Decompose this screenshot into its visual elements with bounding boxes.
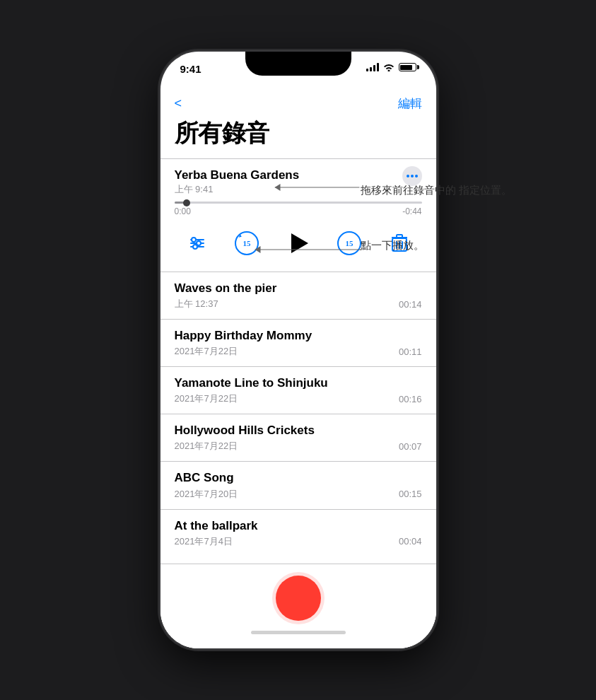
status-time: 9:41 bbox=[180, 63, 201, 75]
recording-item-expanded[interactable]: Yerba Buena Gardens 上午 9:41 bbox=[160, 158, 436, 272]
main-content: < 編輯 所有錄音 Yerba Buena Gardens 上午 9:41 bbox=[160, 90, 436, 648]
recording-duration: 00:04 bbox=[399, 536, 422, 547]
list-item[interactable]: At the ballpark 2021年7月4日 00:04 bbox=[160, 509, 436, 556]
edit-button[interactable]: 編輯 bbox=[398, 95, 422, 112]
recording-meta: 2021年7月22日 00:11 bbox=[175, 345, 422, 358]
player-section: 0:00 -0:44 bbox=[175, 196, 422, 263]
recording-meta: 上午 12:37 00:14 bbox=[175, 298, 422, 310]
svg-text:15: 15 bbox=[243, 239, 252, 247]
recording-duration: 00:16 bbox=[399, 394, 422, 404]
svg-point-8 bbox=[193, 245, 197, 249]
progress-start: 0:00 bbox=[175, 206, 191, 216]
phone-frame: 9:41 < 編輯 所有錄音 bbox=[160, 52, 436, 648]
recording-name: Happy Birthday Mommy bbox=[175, 328, 422, 344]
record-button[interactable] bbox=[276, 576, 321, 621]
ellipsis-icon bbox=[407, 175, 418, 177]
svg-rect-15 bbox=[397, 235, 402, 238]
recording-meta: 2021年7月22日 00:07 bbox=[175, 440, 422, 453]
svg-point-0 bbox=[407, 175, 409, 177]
recording-duration: 00:11 bbox=[399, 346, 422, 357]
forward-icon: 15 bbox=[337, 231, 362, 256]
battery-icon bbox=[399, 63, 416, 71]
recording-name: Waves on the pier bbox=[175, 281, 422, 296]
recording-duration: 00:14 bbox=[399, 299, 422, 310]
wifi-icon bbox=[383, 63, 395, 71]
recording-name: At the ballpark bbox=[175, 518, 422, 534]
nav-bar: < 編輯 bbox=[160, 90, 436, 115]
list-item[interactable]: ABC Song 2021年7月20日 00:15 bbox=[160, 461, 436, 508]
recording-info: Yerba Buena Gardens 上午 9:41 bbox=[175, 168, 395, 196]
notch bbox=[245, 52, 351, 76]
back-button[interactable]: < bbox=[175, 96, 182, 111]
recording-meta: 2021年7月22日 00:16 bbox=[175, 392, 422, 405]
list-item[interactable]: Hollywood Hills Crickets 2021年7月22日 00:0… bbox=[160, 414, 436, 461]
recording-name: Yamanote Line to Shinjuku bbox=[175, 375, 422, 391]
recording-date: 2021年7月20日 bbox=[175, 488, 238, 501]
trash-icon bbox=[392, 234, 407, 252]
recording-list[interactable]: Yerba Buena Gardens 上午 9:41 bbox=[160, 158, 436, 618]
progress-end: -0:44 bbox=[402, 206, 421, 216]
rewind-icon: 15 bbox=[234, 231, 259, 256]
recording-name: Yerba Buena Gardens bbox=[175, 168, 395, 183]
more-button[interactable] bbox=[402, 166, 422, 186]
recording-duration: 00:07 bbox=[399, 441, 422, 452]
play-triangle-icon bbox=[291, 233, 308, 253]
eq-button[interactable] bbox=[182, 228, 213, 259]
recording-date: 上午 12:37 bbox=[175, 298, 218, 310]
delete-button[interactable] bbox=[384, 228, 415, 259]
list-item[interactable]: Yamanote Line to Shinjuku 2021年7月22日 00:… bbox=[160, 366, 436, 414]
progress-track[interactable] bbox=[175, 202, 422, 204]
sliders-icon bbox=[189, 237, 205, 250]
svg-text:15: 15 bbox=[346, 239, 354, 247]
svg-point-4 bbox=[192, 238, 196, 242]
svg-point-2 bbox=[415, 175, 418, 177]
recording-date: 上午 9:41 bbox=[175, 183, 395, 196]
list-item[interactable]: Happy Birthday Mommy 2021年7月22日 00:11 bbox=[160, 319, 436, 366]
progress-labels: 0:00 -0:44 bbox=[175, 206, 422, 216]
player-controls: 15 15 bbox=[175, 219, 422, 263]
recording-date: 2021年7月22日 bbox=[175, 392, 238, 405]
progress-bar-container[interactable]: 0:00 -0:44 bbox=[175, 202, 422, 219]
signal-icon bbox=[366, 63, 379, 71]
rewind-button[interactable]: 15 bbox=[231, 228, 262, 259]
recording-date: 2021年7月22日 bbox=[175, 440, 238, 453]
progress-thumb[interactable] bbox=[183, 199, 190, 206]
home-indicator bbox=[251, 631, 346, 634]
recording-name: ABC Song bbox=[175, 470, 422, 486]
svg-point-6 bbox=[197, 241, 201, 245]
play-button[interactable] bbox=[281, 226, 315, 260]
forward-button[interactable]: 15 bbox=[334, 228, 365, 259]
bottom-bar bbox=[160, 564, 436, 648]
recording-date: 2021年7月22日 bbox=[175, 345, 238, 358]
recording-meta: 2021年7月20日 00:15 bbox=[175, 488, 422, 501]
page-title: 所有錄音 bbox=[160, 115, 436, 158]
svg-point-1 bbox=[411, 175, 414, 177]
recording-meta: 2021年7月4日 00:04 bbox=[175, 535, 422, 548]
recording-duration: 00:15 bbox=[399, 489, 422, 499]
status-icons bbox=[366, 63, 416, 71]
list-item[interactable]: Waves on the pier 上午 12:37 00:14 bbox=[160, 272, 436, 319]
recording-name: Hollywood Hills Crickets bbox=[175, 423, 422, 438]
recording-date: 2021年7月4日 bbox=[175, 535, 233, 548]
